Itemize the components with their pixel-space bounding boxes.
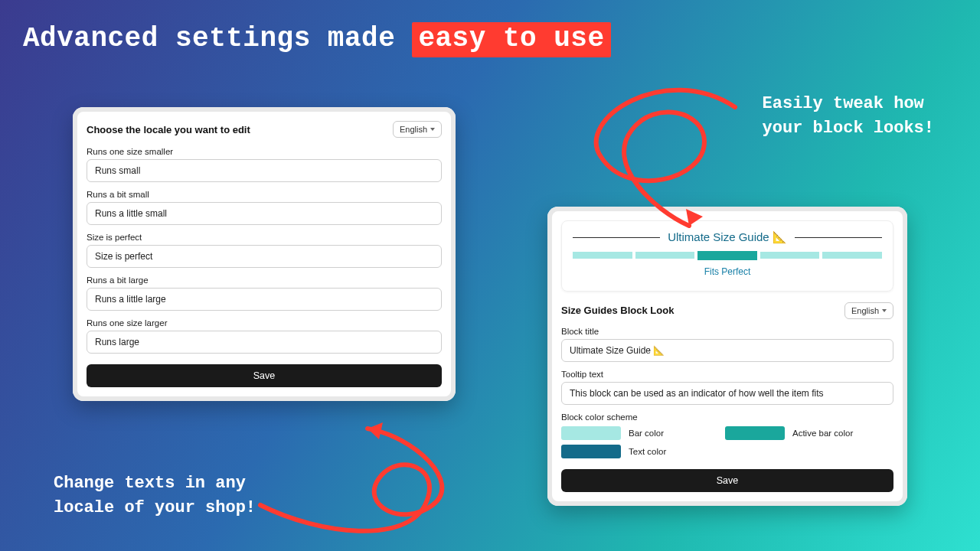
locale-texts-panel: Choose the locale you want to edit Engli…: [73, 107, 456, 401]
field-label: Size is perfect: [87, 233, 442, 242]
fit-segment-active: [697, 251, 757, 260]
size-guide-preview: Ultimate Size Guide 📐 Fits Perfect: [561, 220, 893, 292]
runs-bit-large-input[interactable]: [87, 288, 442, 311]
block-look-panel: Ultimate Size Guide 📐 Fits Perfect Size …: [547, 207, 907, 506]
fit-segment: [760, 252, 820, 259]
locale-select[interactable]: English: [393, 121, 442, 138]
runs-smaller-input[interactable]: [87, 159, 442, 182]
callout-line: Change texts in any: [54, 471, 256, 496]
block-title-input[interactable]: [561, 339, 893, 362]
field-label: Runs a bit small: [87, 190, 442, 199]
swatch-label: Active bar color: [792, 429, 853, 438]
locale-select-label: English: [851, 306, 879, 315]
panel-header: Choose the locale you want to edit Engli…: [87, 121, 442, 138]
fit-segment: [635, 252, 695, 259]
preview-title: Ultimate Size Guide 📐: [668, 230, 787, 244]
bar-color-swatch[interactable]: [561, 426, 621, 440]
swatch-row: Text color: [561, 445, 893, 458]
save-button[interactable]: Save: [87, 364, 442, 387]
field-label: Runs one size smaller: [87, 147, 442, 156]
fit-segment: [573, 252, 632, 259]
field-label: Block title: [561, 327, 893, 336]
active-bar-color-swatch[interactable]: [725, 426, 785, 440]
swatch-label: Bar color: [629, 429, 664, 438]
locale-select[interactable]: English: [844, 302, 893, 319]
field-label: Tooltip text: [561, 370, 893, 379]
locale-select-label: English: [400, 125, 427, 134]
fit-segment: [822, 252, 882, 259]
page-headline: Advanced settings made easy to use: [23, 23, 611, 54]
callout-line: locale of your shop!: [54, 496, 256, 520]
field-label: Runs a bit large: [87, 276, 442, 285]
panel-title: Choose the locale you want to edit: [87, 124, 250, 135]
callout-top-right: Easily tweak how your block looks!: [763, 92, 934, 141]
panel-subheader: Size Guides Block Look English: [561, 302, 893, 319]
runs-bit-small-input[interactable]: [87, 202, 442, 225]
callout-bottom-left: Change texts in any locale of your shop!: [54, 471, 256, 520]
field-label: Block color scheme: [561, 412, 893, 422]
headline-highlight: easy to use: [412, 22, 610, 57]
fit-label: Fits Perfect: [573, 266, 882, 277]
chevron-down-icon: [882, 309, 887, 312]
swatch-group: Active bar color: [725, 426, 878, 440]
swatch-group: Text color: [561, 445, 714, 458]
swatch-group: Bar color: [561, 426, 714, 440]
runs-larger-input[interactable]: [87, 331, 442, 354]
section-title: Size Guides Block Look: [561, 305, 674, 316]
save-button[interactable]: Save: [561, 469, 893, 492]
arrow-icon: [253, 413, 528, 543]
rule-icon: [573, 237, 660, 238]
tooltip-text-input[interactable]: [561, 382, 893, 405]
text-color-swatch[interactable]: [561, 445, 621, 458]
swatch-label: Text color: [629, 447, 666, 456]
chevron-down-icon: [430, 128, 435, 131]
rule-icon: [795, 237, 882, 238]
callout-line: your block looks!: [763, 116, 934, 141]
fit-bar: [573, 252, 882, 260]
field-label: Runs one size larger: [87, 318, 442, 328]
callout-line: Easily tweak how: [763, 92, 934, 116]
size-perfect-input[interactable]: [87, 245, 442, 268]
swatch-row: Bar color Active bar color: [561, 426, 893, 440]
preview-title-row: Ultimate Size Guide 📐: [573, 230, 882, 244]
headline-prefix: Advanced settings made: [23, 23, 412, 54]
